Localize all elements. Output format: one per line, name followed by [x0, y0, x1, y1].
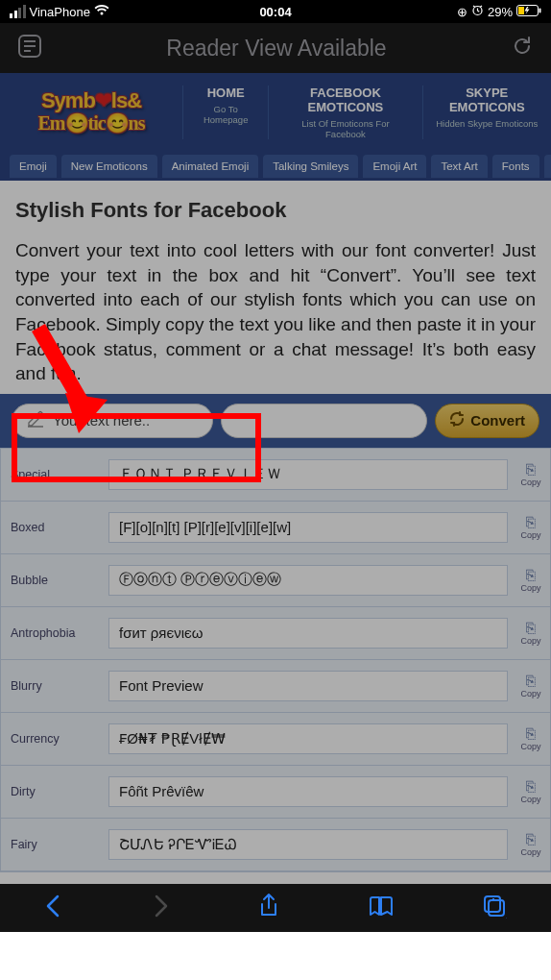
copy-icon: ⎘: [512, 621, 550, 636]
input-placeholder: Your text here..: [53, 412, 150, 429]
tab-emoji-art[interactable]: Emoji Art: [363, 155, 426, 178]
heart-icon: ❤: [95, 88, 111, 112]
copy-button[interactable]: ⎘Copy: [512, 726, 550, 751]
font-name: Antrophobia: [1, 626, 105, 640]
copy-button[interactable]: ⎘Copy: [512, 674, 550, 698]
font-preview[interactable]: Fôñt Prêvïêw: [108, 776, 508, 807]
copy-icon: ⎘: [512, 779, 550, 795]
font-preview[interactable]: ₣Ø₦₮ ₱ⱤɆVłɆ₩: [108, 723, 508, 754]
tab-quotes[interactable]: Quotes: [544, 155, 551, 178]
svg-rect-2: [518, 7, 524, 14]
table-row: Antrophobiafσит ρяєνιєω⎘Copy: [1, 607, 550, 660]
svg-rect-11: [489, 900, 504, 916]
alarm-icon: [471, 4, 484, 19]
nav-skype-emoticons[interactable]: SKYPE EMOTICONSHidden Skype Emoticons: [422, 86, 552, 139]
tab-talking-smileys[interactable]: Talking Smileys: [263, 155, 358, 178]
table-row: Boxed[F][o][n][t] [P][r][e][v][i][e][w]⎘…: [1, 502, 550, 554]
font-preview-table: SpecialＦＯＮＴ ＰＲＥＶＩＥＷ⎘CopyBoxed[F][o][n][t…: [0, 448, 551, 872]
font-preview[interactable]: ＦＯＮＴ ＰＲＥＶＩＥＷ: [108, 459, 508, 490]
tabs-icon[interactable]: [482, 894, 507, 922]
copy-icon: ⎘: [512, 832, 550, 847]
share-icon[interactable]: [257, 893, 280, 923]
bookmarks-icon[interactable]: [368, 894, 395, 921]
font-name: Boxed: [1, 521, 105, 534]
forward-icon[interactable]: [151, 894, 170, 922]
copy-button[interactable]: ⎘Copy: [512, 832, 550, 857]
wifi-icon: [94, 5, 109, 19]
font-name: Dirty: [1, 785, 105, 798]
safari-toolbar: [0, 884, 551, 932]
refresh-icon: [449, 411, 465, 429]
copy-button[interactable]: ⎘Copy: [512, 568, 550, 593]
table-row: BlurryFont Preview⎘Copy: [1, 660, 550, 713]
font-preview[interactable]: Font Preview: [108, 671, 508, 701]
table-row: Currency₣Ø₦₮ ₱ⱤɆVłɆ₩⎘Copy: [1, 713, 550, 766]
font-name: Blurry: [1, 679, 105, 693]
page-description: Convert your text into cool letters with…: [8, 238, 543, 386]
converter-input-row: Your text here.. Convert: [0, 394, 551, 448]
main-content: Stylish Fonts for Facebook Convert your …: [0, 181, 551, 386]
signal-icon: [10, 5, 26, 18]
tab-emoji[interactable]: Emoji: [10, 155, 57, 178]
copy-icon: ⎘: [512, 726, 550, 742]
copy-button[interactable]: ⎘Copy: [512, 621, 550, 646]
tab-text-art[interactable]: Text Art: [431, 155, 487, 178]
battery-percent: 29%: [488, 5, 513, 19]
orientation-lock-icon: ⊕: [457, 5, 467, 19]
table-row: FairyՇՄᏁԵ ᎮՐᎬᏉᎥᎬᏇ⎘Copy: [1, 819, 550, 871]
font-preview[interactable]: ՇՄᏁԵ ᎮՐᎬᏉᎥᎬᏇ: [108, 829, 508, 860]
font-name: Bubble: [1, 574, 105, 587]
table-row: DirtyFôñt Prêvïêw⎘Copy: [1, 766, 550, 819]
font-preview[interactable]: Ⓕⓞⓝⓣ Ⓟⓡⓔⓥⓘⓔⓦ: [108, 565, 508, 596]
nav-facebook-emoticons[interactable]: FACEBOOK EMOTICONSList Of Emoticons For …: [268, 86, 421, 139]
table-row: BubbleⒻⓞⓝⓣ Ⓟⓡⓔⓥⓘⓔⓦ⎘Copy: [1, 554, 550, 607]
copy-icon: ⎘: [512, 674, 550, 689]
reader-mode-icon[interactable]: [17, 34, 42, 62]
tab-new-emoticons[interactable]: New Emoticons: [61, 155, 157, 178]
convert-button[interactable]: Convert: [435, 404, 539, 438]
svg-rect-3: [539, 8, 541, 12]
copy-button[interactable]: ⎘Copy: [512, 462, 550, 487]
reload-icon[interactable]: [511, 35, 534, 61]
text-input-extended[interactable]: [221, 404, 427, 438]
pencil-icon: [26, 409, 45, 432]
font-preview[interactable]: fσит ρяєνιєω: [108, 618, 508, 649]
font-preview[interactable]: [F][o][n][t] [P][r][e][v][i][e][w]: [108, 512, 508, 543]
webpage: Symb❤ls& Em😊tic😊ns HOMEGo To Homepage FA…: [0, 73, 551, 932]
tab-animated-emoji[interactable]: Animated Emoji: [162, 155, 259, 178]
copy-icon: ⎘: [512, 568, 550, 583]
battery-icon: [516, 5, 541, 19]
clock: 00:04: [259, 5, 291, 19]
back-icon[interactable]: [44, 894, 63, 922]
tab-fonts[interactable]: Fonts: [492, 155, 539, 178]
copy-icon: ⎘: [512, 515, 550, 530]
safari-reader-bar: Reader View Available: [0, 23, 551, 73]
copy-icon: ⎘: [512, 462, 550, 478]
font-name: Currency: [1, 732, 105, 746]
site-header: Symb❤ls& Em😊tic😊ns HOMEGo To Homepage FA…: [0, 73, 551, 152]
table-row: SpecialＦＯＮＴ ＰＲＥＶＩＥＷ⎘Copy: [1, 449, 550, 502]
copy-button[interactable]: ⎘Copy: [512, 779, 550, 804]
page-title: Stylish Fonts for Facebook: [8, 198, 543, 223]
text-input[interactable]: Your text here..: [12, 404, 213, 438]
tab-nav: Emoji New Emoticons Animated Emoji Talki…: [0, 152, 551, 181]
carrier-label: VinaPhone: [30, 5, 90, 19]
reader-label: Reader View Available: [166, 36, 386, 61]
font-name: Fairy: [1, 838, 105, 851]
nav-home[interactable]: HOMEGo To Homepage: [182, 86, 268, 139]
site-logo[interactable]: Symb❤ls& Em😊tic😊ns: [0, 90, 182, 135]
copy-button[interactable]: ⎘Copy: [512, 515, 550, 540]
font-name: Special: [1, 468, 105, 481]
status-bar: VinaPhone 00:04 ⊕ 29%: [0, 0, 551, 23]
